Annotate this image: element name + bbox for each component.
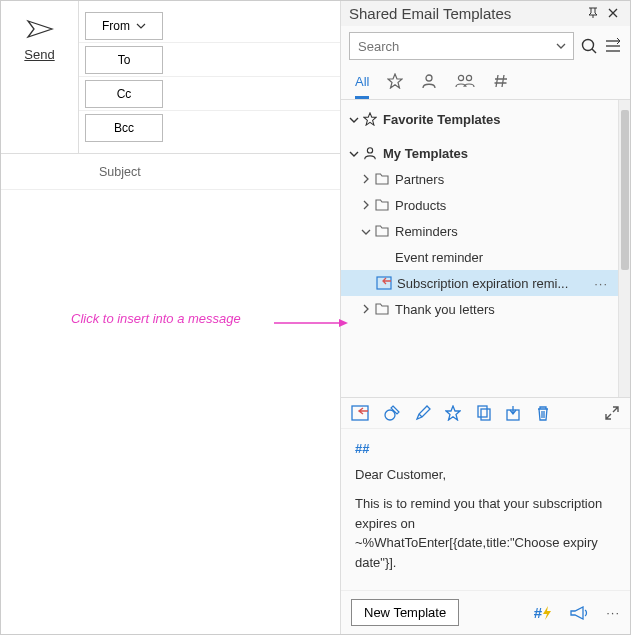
panel-title: Shared Email Templates bbox=[349, 5, 582, 22]
favorite-button[interactable] bbox=[445, 405, 461, 421]
svg-rect-10 bbox=[377, 277, 391, 289]
bcc-button[interactable]: Bcc bbox=[85, 114, 163, 142]
tab-favorites[interactable] bbox=[387, 66, 403, 99]
folder-icon bbox=[373, 199, 391, 211]
person-icon bbox=[421, 73, 437, 89]
preview-hashes: ## bbox=[355, 439, 616, 459]
copy-button[interactable] bbox=[475, 405, 491, 421]
search-input[interactable] bbox=[356, 38, 555, 55]
folder-reminders[interactable]: Reminders bbox=[341, 218, 618, 244]
svg-rect-14 bbox=[481, 409, 490, 420]
section-label: Favorite Templates bbox=[383, 112, 612, 127]
send-icon bbox=[26, 19, 54, 39]
star-icon bbox=[445, 405, 461, 421]
arrow-annotation bbox=[274, 318, 349, 328]
people-icon bbox=[455, 73, 475, 89]
pen-globe-icon bbox=[383, 404, 401, 422]
person-icon bbox=[361, 146, 379, 160]
template-subscription-expiration[interactable]: Subscription expiration remi... ··· bbox=[341, 270, 618, 296]
from-button[interactable]: From bbox=[85, 12, 163, 40]
folder-label: Reminders bbox=[395, 224, 612, 239]
tab-all[interactable]: All bbox=[355, 66, 369, 99]
options-icon bbox=[604, 38, 622, 54]
chevron-down-icon bbox=[555, 42, 567, 50]
delete-button[interactable] bbox=[535, 405, 551, 421]
folder-label: Thank you letters bbox=[395, 302, 612, 317]
export-button[interactable] bbox=[505, 405, 521, 421]
template-label: Subscription expiration remi... bbox=[397, 276, 594, 291]
scrollbar-thumb[interactable] bbox=[621, 110, 629, 270]
insert-guide-text: Click to insert into a message bbox=[71, 311, 241, 326]
close-icon bbox=[608, 8, 618, 18]
svg-point-1 bbox=[583, 40, 594, 51]
tab-hash[interactable] bbox=[493, 66, 509, 99]
subject-label: Subject bbox=[79, 165, 141, 179]
svg-point-6 bbox=[426, 75, 432, 81]
bcc-label: Bcc bbox=[114, 121, 134, 135]
to-label: To bbox=[118, 53, 131, 67]
folder-partners[interactable]: Partners bbox=[341, 166, 618, 192]
announce-button[interactable] bbox=[570, 606, 588, 620]
tab-team[interactable] bbox=[455, 66, 475, 99]
to-button[interactable]: To bbox=[85, 46, 163, 74]
chevron-right-icon bbox=[359, 172, 373, 187]
pin-icon bbox=[587, 6, 599, 18]
pin-button[interactable] bbox=[584, 6, 602, 21]
section-favorites[interactable]: Favorite Templates bbox=[341, 106, 618, 132]
folder-icon bbox=[373, 303, 391, 315]
folder-products[interactable]: Products bbox=[341, 192, 618, 218]
trash-icon bbox=[535, 405, 551, 421]
pencil-icon bbox=[415, 405, 431, 421]
svg-point-9 bbox=[367, 148, 372, 153]
more-button[interactable]: ··· bbox=[594, 276, 612, 291]
chevron-down-icon bbox=[347, 146, 361, 161]
expand-button[interactable] bbox=[604, 405, 620, 421]
more-icon: ··· bbox=[606, 605, 620, 620]
tab-personal[interactable] bbox=[421, 66, 437, 99]
new-template-button[interactable]: New Template bbox=[351, 599, 459, 626]
templates-panel: Shared Email Templates bbox=[341, 1, 630, 634]
template-toolbar bbox=[341, 398, 630, 429]
chevron-right-icon bbox=[359, 302, 373, 317]
preview-line-2: This is to remind you that your subscrip… bbox=[355, 494, 616, 572]
svg-point-12 bbox=[385, 410, 395, 420]
folder-thank-you[interactable]: Thank you letters bbox=[341, 296, 618, 322]
compose-pane: Send From To Cc Bcc bbox=[1, 1, 341, 634]
insert-button[interactable] bbox=[351, 405, 369, 421]
folder-icon bbox=[373, 225, 391, 237]
options-button[interactable] bbox=[604, 38, 622, 54]
template-label: Event reminder bbox=[395, 250, 612, 265]
send-label: Send bbox=[24, 47, 54, 62]
svg-point-8 bbox=[467, 75, 472, 80]
template-event-reminder[interactable]: Event reminder bbox=[341, 244, 618, 270]
send-button[interactable]: Send bbox=[1, 1, 79, 153]
svg-point-7 bbox=[459, 75, 464, 80]
search-button[interactable] bbox=[580, 37, 598, 55]
from-label: From bbox=[102, 19, 130, 33]
export-icon bbox=[505, 405, 521, 421]
template-tree: Favorite Templates My Templates Partners bbox=[341, 100, 618, 397]
insert-icon bbox=[351, 405, 369, 421]
folder-label: Partners bbox=[395, 172, 612, 187]
svg-line-2 bbox=[592, 49, 596, 53]
search-icon bbox=[580, 37, 598, 55]
footer-more-button[interactable]: ··· bbox=[606, 605, 620, 620]
cc-button[interactable]: Cc bbox=[85, 80, 163, 108]
svg-rect-13 bbox=[478, 406, 487, 417]
chevron-down-icon bbox=[359, 224, 373, 239]
cc-label: Cc bbox=[117, 87, 132, 101]
tree-scrollbar[interactable] bbox=[618, 100, 630, 397]
section-label: My Templates bbox=[383, 146, 612, 161]
search-box[interactable] bbox=[349, 32, 574, 60]
section-my-templates[interactable]: My Templates bbox=[341, 140, 618, 166]
hash-icon bbox=[493, 73, 509, 89]
edit-field-button[interactable] bbox=[383, 404, 401, 422]
edit-button[interactable] bbox=[415, 405, 431, 421]
new-template-label: New Template bbox=[364, 605, 446, 620]
copy-icon bbox=[475, 405, 491, 421]
star-icon bbox=[361, 112, 379, 126]
svg-rect-11 bbox=[352, 406, 368, 420]
close-button[interactable] bbox=[604, 7, 622, 21]
hash-icon-text: # bbox=[534, 604, 542, 621]
hash-macro-button[interactable]: # bbox=[534, 604, 552, 621]
